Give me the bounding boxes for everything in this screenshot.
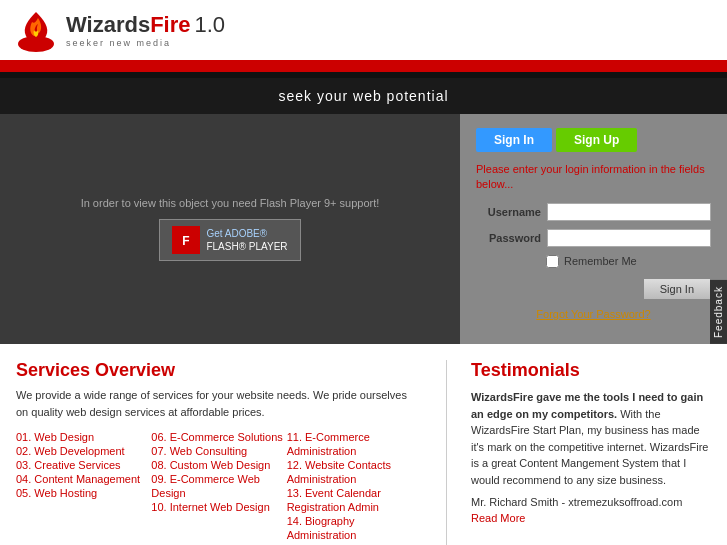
signin-tab[interactable]: Sign In (476, 128, 552, 152)
bottom-section: Services Overview We provide a wide rang… (0, 344, 727, 545)
red-bar (0, 64, 727, 72)
feedback-tab[interactable]: Feedback (710, 280, 727, 344)
flash-panel: In order to view this object you need Fl… (0, 114, 460, 344)
remember-checkbox[interactable] (546, 255, 559, 268)
logo-tagline-text: seeker new media (66, 38, 225, 48)
testimonial-quote-intro: WizardsFire gave me the tools I need to … (471, 391, 703, 420)
login-panel: Sign In Sign Up Please enter your login … (460, 114, 727, 344)
main-content: In order to view this object you need Fl… (0, 114, 727, 344)
header: WizardsFire 1.0 seeker new media (0, 0, 727, 64)
password-label: Password (476, 232, 541, 244)
service-link[interactable]: 11. E-Commerce Administration (287, 430, 370, 458)
logo-wizards-text: WizardsFire (66, 12, 191, 38)
flash-message: In order to view this object you need Fl… (81, 197, 380, 209)
testimonial-author: Mr. Richard Smith - xtremezuksoffroad.co… (471, 496, 711, 508)
username-input[interactable] (547, 203, 711, 221)
service-link[interactable]: 13. Event Calendar Registration Admin (287, 486, 381, 514)
logo-area: WizardsFire 1.0 seeker new media (12, 8, 225, 52)
svg-text:F: F (183, 234, 190, 248)
username-label: Username (476, 206, 541, 218)
service-link[interactable]: 14. Biography Administration (287, 514, 357, 542)
service-link[interactable]: 03. Creative Services (16, 458, 121, 472)
testimonial-text: WizardsFire gave me the tools I need to … (471, 389, 711, 488)
flash-icon: F (172, 226, 200, 254)
flash-icon-area[interactable]: F Get ADOBE® FLASH® PLAYER (159, 219, 300, 261)
service-link[interactable]: 12. Website Contacts Administration (287, 458, 391, 486)
testimonials-title: Testimonials (471, 360, 711, 381)
signin-button[interactable]: Sign In (643, 278, 711, 300)
service-link[interactable]: 08. Custom Web Design (151, 458, 270, 472)
services-description: We provide a wide range of services for … (16, 387, 422, 420)
remember-label: Remember Me (564, 255, 637, 267)
service-link[interactable]: 06. E-Commerce Solutions (151, 430, 282, 444)
service-link[interactable]: 10. Internet Web Design (151, 500, 269, 514)
password-input[interactable] (547, 229, 711, 247)
banner-text: seek your web potential (278, 88, 448, 104)
testimonials-column: Testimonials WizardsFire gave me the too… (471, 360, 711, 545)
banner: seek your web potential (0, 78, 727, 114)
remember-row: Remember Me (546, 255, 711, 268)
service-link[interactable]: 09. E-Commerce Web Design (151, 472, 260, 500)
services-title: Services Overview (16, 360, 422, 381)
read-more-link[interactable]: Read More (471, 512, 711, 524)
password-row: Password (476, 229, 711, 247)
logo-text-area: WizardsFire 1.0 seeker new media (66, 12, 225, 48)
service-link[interactable]: 05. Web Hosting (16, 486, 97, 500)
service-link[interactable]: 01. Web Design (16, 430, 94, 444)
signup-tab[interactable]: Sign Up (556, 128, 637, 152)
logo-flame-icon (12, 8, 60, 52)
section-divider (446, 360, 447, 545)
login-tabs: Sign In Sign Up (476, 128, 711, 152)
service-link[interactable]: 04. Content Management (16, 472, 140, 486)
username-row: Username (476, 203, 711, 221)
signin-btn-row: Sign In (476, 278, 711, 300)
service-link[interactable]: 02. Web Development (16, 444, 125, 458)
login-prompt: Please enter your login information in t… (476, 162, 711, 193)
services-grid: 01. Web Design02. Web Development03. Cre… (16, 430, 422, 545)
forgot-password-link[interactable]: Forgot Your Password? (476, 308, 711, 320)
logo-version-text: 1.0 (195, 12, 226, 38)
flash-text: Get ADOBE® FLASH® PLAYER (206, 227, 287, 253)
services-column: Services Overview We provide a wide rang… (16, 360, 422, 545)
service-link[interactable]: 07. Web Consulting (151, 444, 247, 458)
